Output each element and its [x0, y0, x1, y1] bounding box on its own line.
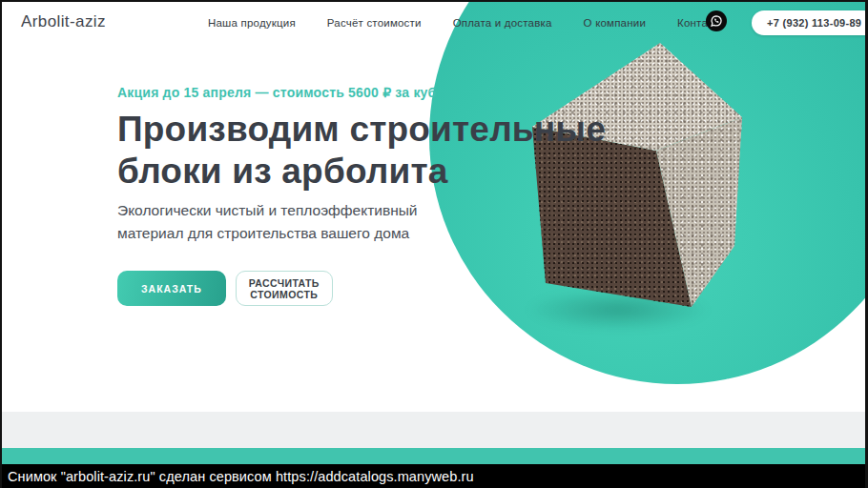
landing-page: Arbolit-aziz Наша продукция Расчёт стоим…	[0, 0, 868, 488]
top-navigation-bar: Arbolit-aziz Наша продукция Расчёт стоим…	[0, 0, 868, 46]
next-section-gray-band	[0, 412, 868, 448]
hero-subtitle-line2: материал для строительства вашего дома	[117, 222, 418, 245]
promo-line: Акция до 15 апреля — стоимость 5600 ₽ за…	[117, 85, 575, 100]
whatsapp-glyph	[709, 13, 724, 29]
whatsapp-icon[interactable]	[706, 10, 727, 31]
main-nav: Наша продукция Расчёт стоимости Оплата и…	[208, 0, 726, 46]
order-button[interactable]: ЗАКАЗАТЬ	[117, 271, 226, 306]
nav-link-about[interactable]: О компании	[584, 17, 646, 29]
screenshot-caption-text: Снимок "arbolit-aziz.ru" сделан сервисом…	[0, 469, 474, 484]
nav-link-payment-delivery[interactable]: Оплата и доставка	[453, 17, 552, 29]
next-section-teal-band	[0, 448, 868, 464]
hero-buttons: ЗАКАЗАТЬ РАССЧИТАТЬ СТОИМОСТЬ	[117, 271, 333, 306]
page-title-line1: Производим строительные	[117, 109, 606, 151]
page-title-line2: блоки из арболита	[117, 151, 606, 193]
phone-number-button[interactable]: +7 (932) 113-09-89	[752, 10, 868, 35]
site-logo[interactable]: Arbolit-aziz	[21, 12, 106, 31]
screenshot-caption-bar: Снимок "arbolit-aziz.ru" сделан сервисом…	[0, 464, 868, 488]
hero-subtitle: Экологически чистый и теплоэффективный м…	[117, 199, 418, 245]
hero-subtitle-line1: Экологически чистый и теплоэффективный	[117, 199, 418, 222]
nav-link-products[interactable]: Наша продукция	[208, 17, 296, 29]
calculate-cost-button[interactable]: РАССЧИТАТЬ СТОИМОСТЬ	[236, 271, 333, 306]
page-title: Производим строительные блоки из арболит…	[117, 109, 606, 193]
nav-link-cost-calc[interactable]: Расчёт стоимости	[327, 17, 422, 29]
